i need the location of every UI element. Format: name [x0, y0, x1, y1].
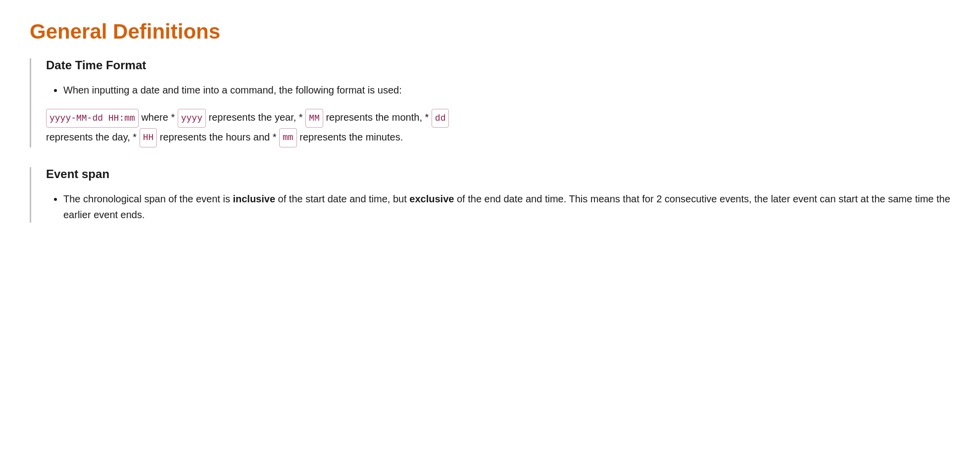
full-format-code: yyyy-MM-dd HH:mm: [46, 109, 139, 128]
page-title: General Definitions: [30, 20, 950, 44]
hour-code-tag: HH: [140, 128, 157, 147]
month-description-text: represents the month, *: [326, 112, 431, 123]
event-span-text-2: of the start date and time, but: [278, 193, 410, 204]
event-span-inclusive-text: inclusive: [233, 193, 275, 204]
event-span-exclusive-text: exclusive: [409, 193, 454, 204]
date-time-bullet-list: When inputting a date and time into a co…: [46, 82, 950, 98]
event-span-section: Event span The chronological span of the…: [30, 167, 950, 223]
event-span-heading: Event span: [46, 167, 950, 181]
minute-description-text: represents the minutes.: [299, 132, 403, 142]
format-where-text: where *: [141, 112, 177, 123]
date-time-format-section: Date Time Format When inputting a date a…: [30, 58, 950, 147]
day-code-tag: dd: [432, 109, 449, 128]
minute-code-tag: mm: [279, 128, 297, 147]
year-description-text: represents the year, *: [209, 112, 306, 123]
hour-description-text: represents the hours and *: [160, 132, 279, 142]
month-code-tag: MM: [305, 109, 323, 128]
event-span-bullet-list: The chronological span of the event is i…: [46, 191, 950, 223]
day-description-text: represents the day, *: [46, 132, 140, 142]
year-code-tag: yyyy: [178, 109, 206, 128]
event-span-text-1: The chronological span of the event is: [63, 193, 233, 204]
date-time-format-heading: Date Time Format: [46, 58, 950, 72]
format-description-block: yyyy-MM-dd HH:mm where * yyyy represents…: [46, 108, 950, 147]
event-span-bullet-item: The chronological span of the event is i…: [63, 191, 950, 223]
date-time-bullet-item: When inputting a date and time into a co…: [63, 82, 950, 98]
